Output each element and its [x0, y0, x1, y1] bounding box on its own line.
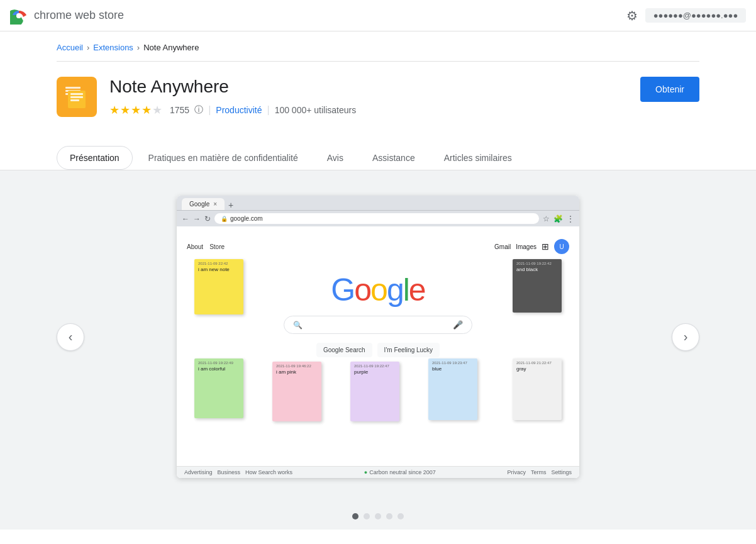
browser-back-icon[interactable]: ← — [182, 214, 189, 223]
note-timestamp-7: 2021-11-09 21:22:47 — [516, 361, 558, 365]
browser-mock: Google × + ← → ↻ 🔒 google.com ☆ 🧩 ⋮ — [177, 196, 579, 478]
tab-reviews[interactable]: Avis — [314, 146, 357, 170]
lock-icon: 🔒 — [221, 216, 228, 222]
browser-star-icon[interactable]: ☆ — [543, 214, 550, 223]
carousel-image: Google × + ← → ↻ 🔒 google.com ☆ 🧩 ⋮ — [177, 196, 579, 478]
google-nav-right: Gmail Images ⊞ U — [494, 239, 569, 254]
browser-forward-icon[interactable]: → — [193, 214, 201, 223]
microphone-icon[interactable]: 🎤 — [453, 320, 463, 330]
footer-carbon-icon: ● — [364, 469, 367, 475]
extension-icon — [57, 77, 97, 117]
google-letter-g2: g — [387, 272, 403, 308]
avatar-letter: U — [559, 243, 564, 250]
page-footer — [0, 530, 756, 544]
address-box[interactable]: 🔒 google.com — [214, 213, 539, 224]
tab-similar[interactable]: Articles similaires — [431, 146, 525, 170]
footer-advertising[interactable]: Advertising — [184, 469, 213, 475]
google-letter-o2: o — [370, 272, 387, 308]
google-letter-g1: G — [331, 272, 354, 308]
google-nav-gmail[interactable]: Gmail — [494, 243, 511, 250]
extension-name: Note Anywhere — [109, 77, 628, 97]
carousel-dot-3[interactable] — [375, 513, 381, 519]
obtain-button[interactable]: Obtenir — [640, 77, 699, 102]
meta-separator-1: | — [208, 104, 211, 116]
sticky-note-blue[interactable]: 2021-11-09 19:23:47 blue — [428, 358, 477, 420]
google-footer-bar: Advertising Business How Search works ● … — [177, 466, 579, 478]
search-icon: 🔍 — [293, 321, 303, 330]
chevron-right-icon: › — [684, 330, 688, 344]
footer-how-search-works[interactable]: How Search works — [245, 469, 292, 475]
category-link[interactable]: Productivité — [216, 105, 262, 115]
carousel-dot-1[interactable] — [352, 513, 359, 519]
google-nav-avatar[interactable]: U — [554, 239, 569, 254]
carousel-dot-2[interactable] — [364, 513, 370, 519]
browser-new-tab-icon[interactable]: + — [228, 200, 233, 210]
chrome-store-logo-icon — [10, 7, 28, 25]
gear-icon[interactable]: ⚙ — [626, 8, 638, 23]
google-letter-l: l — [403, 272, 409, 308]
carousel-next-button[interactable]: › — [672, 323, 699, 351]
google-nav-images[interactable]: Images — [516, 243, 536, 250]
rating-stars: ★ ★ ★ ★ ★ — [109, 103, 162, 117]
note-text-6: blue — [432, 366, 474, 372]
google-search-bar[interactable]: 🔍 🎤 — [284, 316, 472, 334]
note-text-2: and black — [516, 267, 558, 272]
footer-carbon-text: Carbon neutral since 2007 — [369, 469, 436, 475]
google-nav-grid-icon[interactable]: ⊞ — [542, 241, 549, 252]
sticky-note-yellow[interactable]: 2021-11-09 22:42 i am new note — [194, 259, 243, 314]
browser-tab-close-icon[interactable]: × — [213, 201, 217, 208]
user-email-button[interactable]: ●●●●●●@●●●●●●.●●● — [645, 8, 746, 23]
footer-business[interactable]: Business — [218, 469, 241, 475]
browser-address-bar: ← → ↻ 🔒 google.com ☆ 🧩 ⋮ — [177, 211, 579, 226]
note-text-5: purple — [354, 369, 396, 375]
browser-reload-icon[interactable]: ↻ — [204, 214, 211, 223]
tabs-container: Présentation Pratiques en matière de con… — [0, 136, 756, 170]
tab-privacy[interactable]: Pratiques en matière de confidentialité — [135, 146, 311, 170]
google-nav-about[interactable]: About — [187, 243, 203, 250]
browser-tab-label: Google — [189, 201, 209, 208]
breadcrumb: Accueil › Extensions › Note Anywhere — [0, 31, 756, 61]
footer-terms[interactable]: Terms — [531, 469, 547, 475]
google-nav-store[interactable]: Store — [209, 243, 225, 250]
rating-info-icon[interactable]: ⓘ — [194, 104, 203, 116]
tab-support[interactable]: Assistance — [359, 146, 428, 170]
footer-settings[interactable]: Settings — [551, 469, 572, 475]
google-search-button[interactable]: Google Search — [316, 343, 372, 357]
sticky-note-gray[interactable]: 2021-11-09 21:22:47 gray — [513, 358, 562, 420]
svg-point-1 — [16, 13, 21, 18]
google-logo: Google — [331, 272, 425, 308]
carousel-dot-4[interactable] — [386, 513, 392, 519]
browser-puzzle-icon[interactable]: 🧩 — [553, 214, 563, 223]
search-buttons: Google Search I'm Feeling Lucky — [316, 343, 440, 357]
footer-privacy[interactable]: Privacy — [507, 469, 526, 475]
breadcrumb-home[interactable]: Accueil — [57, 43, 83, 52]
svg-rect-3 — [65, 87, 81, 89]
sticky-note-green[interactable]: 2021-11-09 19:22:49 i am colorful — [194, 358, 243, 418]
sticky-note-pink[interactable]: 2021-11-09 19:46:22 i am pink — [272, 362, 321, 421]
note-timestamp-3: 2021-11-09 19:22:49 — [198, 361, 240, 365]
note-timestamp-6: 2021-11-09 19:23:47 — [432, 361, 474, 365]
browser-tab: Google × — [182, 198, 225, 210]
breadcrumb-extensions[interactable]: Extensions — [93, 43, 133, 52]
sticky-note-dark[interactable]: 2021-11-09 19:22:42 and black — [513, 259, 562, 313]
note-timestamp-2: 2021-11-09 19:22:42 — [516, 262, 558, 265]
browser-content: About Store Gmail Images ⊞ U — [177, 226, 579, 478]
star-2: ★ — [120, 103, 130, 117]
note-timestamp-4: 2021-11-09 19:46:22 — [276, 364, 318, 368]
star-1: ★ — [109, 103, 120, 117]
browser-menu-icon[interactable]: ⋮ — [567, 214, 574, 223]
extension-meta: ★ ★ ★ ★ ★ 1755 ⓘ | Productivité | 100 00… — [109, 103, 628, 117]
tab-presentation[interactable]: Présentation — [57, 146, 133, 170]
note-text-4: i am pink — [276, 369, 318, 375]
star-3: ★ — [131, 103, 141, 117]
google-logo-text: Google — [331, 272, 425, 308]
sticky-note-purple[interactable]: 2021-11-09 19:22:47 purple — [350, 362, 399, 421]
carousel-prev-button[interactable]: ‹ — [57, 323, 84, 351]
header-title: chrome web store — [34, 9, 124, 22]
note-timestamp-5: 2021-11-09 19:22:47 — [354, 364, 396, 368]
svg-rect-7 — [70, 93, 83, 95]
carousel-dot-5[interactable] — [397, 513, 404, 519]
feeling-lucky-button[interactable]: I'm Feeling Lucky — [377, 343, 440, 357]
header-right: ⚙ ●●●●●●@●●●●●●.●●● — [626, 8, 746, 23]
chevron-left-icon: ‹ — [69, 330, 73, 344]
